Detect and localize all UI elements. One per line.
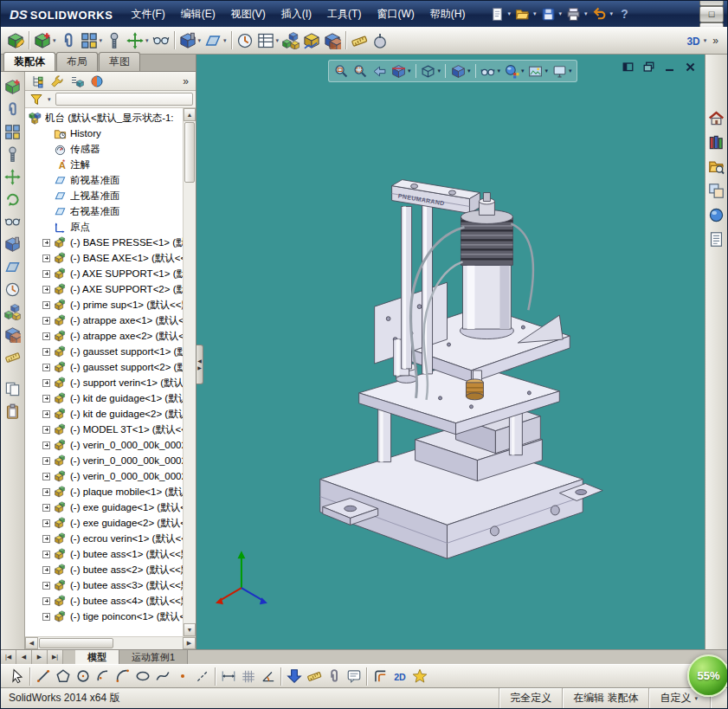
menu-item[interactable]: 文件(F) (123, 1, 172, 27)
featuremanager-tree-tab[interactable] (28, 73, 46, 90)
custom-properties-icon[interactable] (706, 229, 726, 249)
quick-snaps-icon[interactable] (409, 667, 429, 686)
move-component-dropdown[interactable]: ▾ (145, 37, 149, 44)
view-palette-icon[interactable] (706, 181, 726, 201)
reference-geometry-icon[interactable] (3, 256, 23, 277)
expand-icon[interactable] (42, 379, 50, 387)
scroll-right-button[interactable]: ▶ (183, 637, 196, 649)
measure-icon[interactable] (304, 667, 324, 686)
propertymanager-tab[interactable] (48, 73, 66, 90)
menu-item[interactable]: 工具(T) (319, 1, 369, 27)
toolbar-overflow[interactable]: » (708, 35, 723, 47)
configurationmanager-tab[interactable] (68, 73, 86, 90)
menu-item[interactable]: 编辑(E) (173, 1, 223, 27)
expand-icon[interactable] (42, 301, 50, 309)
graphics-viewport[interactable]: PNEUMARAND (196, 55, 705, 649)
apply-scene-dropdown[interactable]: ▾ (545, 68, 549, 74)
apply-scene-icon[interactable] (526, 61, 545, 81)
tree-item[interactable]: (-) verin_0_000_00k_0002_1 (25, 437, 183, 453)
component-pattern-dropdown[interactable]: ▾ (100, 37, 103, 44)
expand-icon[interactable] (42, 551, 50, 558)
polygon-icon[interactable] (53, 667, 73, 686)
assembly-features-dropdown[interactable]: ▾ (198, 37, 202, 44)
hide-show-items-dropdown[interactable]: ▾ (498, 68, 501, 74)
filter-dropdown[interactable]: ▾ (48, 96, 51, 103)
save-dropdown[interactable]: ▾ (558, 10, 562, 17)
tree-item[interactable]: 右视基准面 (25, 203, 183, 219)
save-icon[interactable] (538, 3, 558, 24)
centerpoint-arc-icon[interactable] (93, 667, 113, 686)
view-settings-dropdown[interactable]: ▾ (569, 68, 572, 74)
pneumatic-cylinder[interactable] (460, 193, 513, 339)
line-icon[interactable] (33, 667, 53, 686)
insert-block-icon[interactable] (284, 667, 304, 686)
document-tab-2[interactable]: 运动算例1 (119, 650, 188, 664)
expand-icon[interactable] (42, 535, 50, 543)
file-explorer-icon[interactable] (706, 157, 726, 177)
expand-icon[interactable] (42, 426, 50, 434)
comment-list-icon[interactable] (344, 667, 364, 686)
new-document-dropdown[interactable]: ▾ (507, 10, 511, 17)
solidworks-resources-icon[interactable] (706, 108, 726, 128)
tree-item[interactable]: (-) ecrou verin<1> (默认<< (25, 531, 183, 546)
tree-item[interactable]: 原点 (25, 219, 183, 235)
tree-item[interactable]: (-) MODEL 3T<1> (默认<<默 (25, 422, 183, 437)
new-motion-study-icon[interactable] (3, 279, 23, 300)
expand-icon[interactable] (42, 255, 50, 262)
tree-item[interactable]: (-) BASE AXE<1> (默认<<默 (25, 250, 183, 266)
exploded-view-icon[interactable] (280, 30, 301, 51)
convert-entities-icon[interactable] (370, 667, 390, 686)
zoom-area-icon[interactable] (351, 61, 370, 81)
expand-icon[interactable] (42, 473, 50, 480)
tree-item[interactable]: (-) kit de guidage<2> (默认< (25, 406, 183, 422)
command-tab-2[interactable]: 布局 (56, 52, 98, 71)
menu-item[interactable]: 帮助(H) (422, 1, 474, 27)
view-orientation-dropdown[interactable]: ▾ (438, 68, 441, 74)
show-hidden-components-icon[interactable] (3, 211, 23, 232)
explode-line-sketch-icon[interactable] (301, 30, 322, 51)
component-pattern-icon[interactable] (3, 121, 23, 142)
scroll-left-button[interactable]: ◀ (25, 637, 38, 649)
panel-splitter[interactable]: ◀▶ (196, 345, 203, 384)
print-dropdown[interactable]: ▾ (584, 10, 588, 17)
tree-item[interactable]: 前视基准面 (25, 172, 183, 188)
tree-item[interactable]: (-) support verin<1> (默认< (25, 375, 183, 390)
bill-of-materials-icon[interactable] (255, 30, 276, 51)
expand-icon[interactable] (42, 442, 50, 449)
section-view-icon[interactable] (389, 61, 408, 81)
menu-item[interactable]: 窗口(W) (369, 1, 422, 27)
minimize-button[interactable]: ─ (699, 0, 724, 6)
circle-icon[interactable] (73, 667, 93, 686)
reference-geometry-dropdown[interactable]: ▾ (223, 37, 227, 44)
expand-icon[interactable] (42, 395, 50, 403)
mate-icon[interactable] (58, 30, 79, 51)
tree-item[interactable]: History (25, 126, 183, 141)
tree-item[interactable]: 上视基准面 (25, 188, 183, 203)
print-icon[interactable] (564, 3, 584, 24)
interference-detection-icon[interactable] (322, 30, 343, 51)
first-tab-button[interactable]: |◀ (1, 650, 16, 664)
menu-item[interactable]: 视图(V) (223, 1, 274, 27)
attach-annotation-icon[interactable] (324, 667, 344, 686)
expand-icon[interactable] (42, 457, 50, 465)
assembly-features-icon[interactable] (177, 30, 198, 51)
expand-icon[interactable] (42, 332, 50, 340)
insert-component-icon[interactable] (32, 30, 53, 51)
smart-dimension-icon[interactable] (218, 667, 238, 686)
reference-geometry-icon[interactable] (203, 30, 223, 51)
undo-dropdown[interactable]: ▾ (609, 10, 613, 17)
move-component-icon[interactable] (3, 166, 23, 187)
scroll-up-button[interactable]: ▲ (184, 108, 196, 121)
hide-show-items-icon[interactable] (479, 61, 498, 81)
expand-icon[interactable] (42, 488, 50, 496)
display-style-icon[interactable] (448, 61, 467, 81)
instant2d-icon[interactable]: 2D (390, 667, 409, 686)
design-library-icon[interactable] (706, 132, 726, 152)
tree-item[interactable]: (-) plaque mobile<1> (默认< (25, 484, 183, 500)
move-component-icon[interactable] (125, 30, 145, 51)
open-icon[interactable] (512, 3, 533, 24)
point-icon[interactable] (172, 667, 192, 686)
smart-fasteners-icon[interactable] (104, 30, 125, 51)
measure-icon[interactable] (3, 346, 23, 367)
tangent-arc-icon[interactable] (113, 667, 132, 686)
